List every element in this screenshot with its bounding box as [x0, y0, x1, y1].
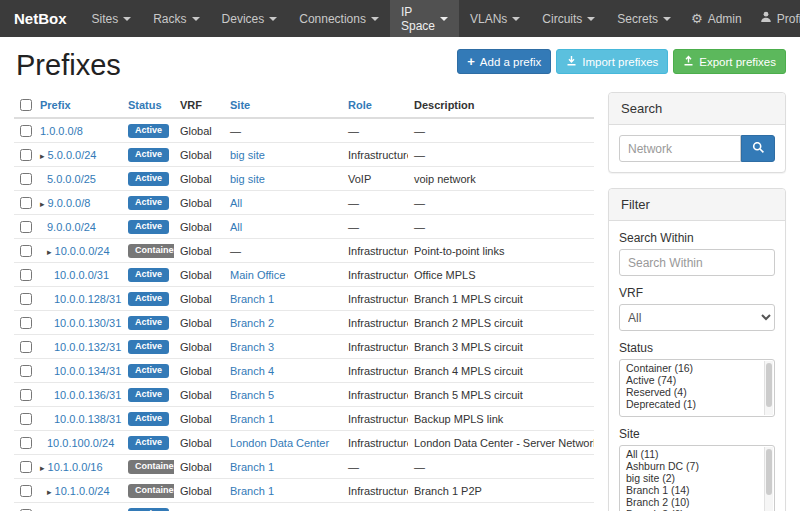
prefix-link[interactable]: 10.0.0.130/31: [54, 317, 121, 329]
role-cell: Infrastructure: [342, 383, 408, 407]
filter-option[interactable]: Deprecated (1): [620, 398, 774, 410]
column-sort-link[interactable]: Prefix: [40, 99, 71, 111]
import-prefixes-button[interactable]: Import prefixes: [556, 49, 668, 74]
prefix-link[interactable]: 10.0.0.0/24: [55, 245, 110, 257]
site-link[interactable]: Branch 1: [230, 485, 274, 497]
row-checkbox[interactable]: [20, 437, 32, 449]
prefix-table: PrefixStatusVRFSiteRoleDescription 1.0.0…: [14, 92, 594, 511]
profile-link[interactable]: Profile: [751, 0, 800, 37]
prefix-link[interactable]: 10.0.100.0/24: [47, 437, 114, 449]
scrollbar-thumb[interactable]: [766, 449, 772, 495]
row-checkbox[interactable]: [20, 149, 32, 161]
row-checkbox[interactable]: [20, 365, 32, 377]
status-scrollbar[interactable]: [764, 361, 773, 415]
search-within-input[interactable]: [619, 249, 775, 276]
admin-link[interactable]: ⚙ Admin: [682, 0, 751, 37]
site-link[interactable]: Branch 1: [230, 461, 274, 473]
table-row: 10.0.0.130/31ActiveGlobalBranch 2Infrast…: [14, 311, 594, 335]
column-sort-link[interactable]: Status: [128, 99, 162, 111]
filter-option[interactable]: Container (16): [620, 362, 774, 374]
prefix-link[interactable]: 5.0.0.0/25: [47, 173, 96, 185]
toolbar: + Add a prefix Import prefixes Export pr…: [457, 49, 786, 74]
nav-item-racks[interactable]: Racks: [142, 0, 210, 37]
column-header-site[interactable]: Site: [224, 92, 342, 118]
export-prefixes-button[interactable]: Export prefixes: [673, 49, 786, 74]
filter-option[interactable]: All (11): [620, 448, 774, 460]
site-link[interactable]: big site: [230, 173, 265, 185]
status-badge: Container: [128, 484, 174, 498]
site-link[interactable]: Branch 2: [230, 317, 274, 329]
row-checkbox[interactable]: [20, 221, 32, 233]
vrf-cell: Global: [174, 383, 224, 407]
nav-item-devices[interactable]: Devices: [211, 0, 289, 37]
nav-item-sites[interactable]: Sites: [81, 0, 143, 37]
vrf-select[interactable]: All: [619, 304, 775, 331]
prefix-link[interactable]: 10.0.0.134/31: [54, 365, 121, 377]
prefix-link[interactable]: 1.0.0.0/8: [40, 125, 83, 137]
row-checkbox[interactable]: [20, 341, 32, 353]
site-link[interactable]: Main Office: [230, 269, 285, 281]
column-sort-link[interactable]: Role: [348, 99, 372, 111]
site-link[interactable]: All: [230, 197, 242, 209]
filter-option[interactable]: Ashburn DC (7): [620, 460, 774, 472]
site-link[interactable]: big site: [230, 149, 265, 161]
column-sort-link[interactable]: Site: [230, 99, 250, 111]
row-checkbox[interactable]: [20, 125, 32, 137]
site-link[interactable]: All: [230, 221, 242, 233]
site-link[interactable]: Branch 1: [230, 293, 274, 305]
scrollbar-thumb[interactable]: [766, 363, 772, 407]
site-link[interactable]: London Data Center: [230, 437, 329, 449]
site-listbox[interactable]: All (11)Ashburn DC (7)big site (2)Branch…: [619, 445, 775, 511]
row-checkbox[interactable]: [20, 197, 32, 209]
row-checkbox[interactable]: [20, 269, 32, 281]
column-header-prefix[interactable]: Prefix: [34, 92, 122, 118]
row-checkbox[interactable]: [20, 317, 32, 329]
column-header-status[interactable]: Status: [122, 92, 174, 118]
prefix-link[interactable]: 10.1.0.0/16: [48, 461, 103, 473]
site-link[interactable]: Branch 1: [230, 413, 274, 425]
search-button[interactable]: [741, 135, 775, 162]
app-logo[interactable]: NetBox: [8, 0, 81, 37]
prefix-link[interactable]: 5.0.0.0/24: [48, 149, 97, 161]
prefix-link[interactable]: 10.0.0.0/31: [54, 269, 109, 281]
row-checkbox[interactable]: [20, 461, 32, 473]
site-cell: Branch 4: [224, 359, 342, 383]
site-link[interactable]: Branch 5: [230, 389, 274, 401]
column-header-vrf: VRF: [174, 92, 224, 118]
row-checkbox[interactable]: [20, 293, 32, 305]
prefix-link[interactable]: 10.0.0.128/31: [54, 293, 121, 305]
nav-item-secrets[interactable]: Secrets: [606, 0, 682, 37]
row-checkbox[interactable]: [20, 413, 32, 425]
column-header-role[interactable]: Role: [342, 92, 408, 118]
prefix-link[interactable]: 10.1.0.0/24: [55, 485, 110, 497]
filter-option[interactable]: Branch 2 (10): [620, 496, 774, 508]
nav-item-label: Racks: [153, 12, 186, 26]
prefix-link[interactable]: 9.0.0.0/8: [48, 197, 91, 209]
filter-option[interactable]: Reserved (4): [620, 386, 774, 398]
row-checkbox[interactable]: [20, 485, 32, 497]
site-link[interactable]: Branch 4: [230, 365, 274, 377]
nav-item-ip-space[interactable]: IP Space: [390, 0, 459, 37]
row-checkbox[interactable]: [20, 173, 32, 185]
prefix-link[interactable]: 10.0.0.138/31: [54, 413, 121, 425]
add-prefix-button[interactable]: + Add a prefix: [457, 49, 551, 74]
filter-option[interactable]: Active (74): [620, 374, 774, 386]
filter-option[interactable]: Branch 1 (14): [620, 484, 774, 496]
nav-item-circuits[interactable]: Circuits: [531, 0, 606, 37]
select-all-checkbox[interactable]: [20, 99, 32, 111]
profile-label: Profile: [777, 12, 800, 26]
status-listbox[interactable]: Container (16)Active (74)Reserved (4)Dep…: [619, 359, 775, 417]
site-link[interactable]: Branch 3: [230, 341, 274, 353]
nav-item-vlans[interactable]: VLANs: [459, 0, 531, 37]
search-input[interactable]: [619, 135, 741, 162]
prefix-link[interactable]: 10.0.0.136/31: [54, 389, 121, 401]
prefix-link[interactable]: 10.0.0.132/31: [54, 341, 121, 353]
row-checkbox[interactable]: [20, 245, 32, 257]
chevron-down-icon: [663, 17, 671, 21]
site-scrollbar[interactable]: [764, 447, 773, 511]
prefix-link[interactable]: 9.0.0.0/24: [47, 221, 96, 233]
row-checkbox[interactable]: [20, 389, 32, 401]
nav-item-connections[interactable]: Connections: [288, 0, 390, 37]
filter-option[interactable]: big site (2): [620, 472, 774, 484]
navbar: NetBox SitesRacksDevicesConnectionsIP Sp…: [0, 0, 800, 37]
